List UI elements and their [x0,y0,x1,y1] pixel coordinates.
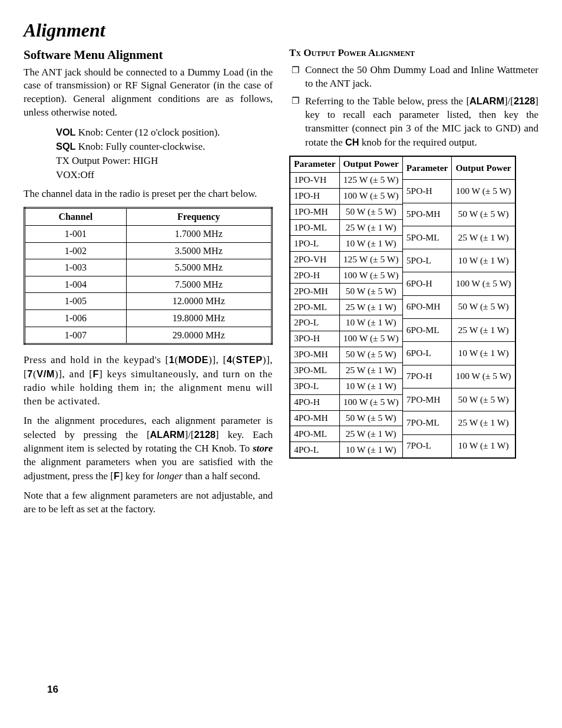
vol-label: VOL [56,127,76,137]
checklist-text: Connect the 50 Ohm Dummy Load and Inline… [305,64,538,91]
table-row: 1PO-H100 W (± 5 W) [290,188,402,204]
cell-param: 3PO-L [290,378,339,394]
section-heading-software-menu: Software Menu Alignment [24,47,273,63]
cell-output: 50 W (± 5 W) [452,203,515,226]
key-4: 4 [227,354,233,365]
cell-param: 4PO-L [290,442,339,458]
cell-channel: 1-007 [25,327,127,344]
cell-channel: 1-006 [25,309,127,327]
key-vm: V/M [37,368,55,379]
two-column-layout: Software Menu Alignment The ANT jack sho… [24,47,538,522]
txt: )], and [ [55,368,92,380]
keypad-paragraph: Press and hold in the keypad's [1(MODE)]… [24,353,273,409]
cell-output: 25 W (± 1 W) [339,299,402,315]
table-row: 1-0047.5000 MHz [25,276,272,293]
cell-param: 2PO-L [290,315,339,331]
key-2128: 2128 [514,95,535,106]
cell-param: 6PO-ML [403,319,452,342]
cell-output: 50 W (± 5 W) [339,347,402,363]
key-1: 1 [169,354,175,365]
table-row: 6PO-H100 W (± 5 W) [403,272,515,295]
table-row: 1PO-L10 W (± 1 W) [290,236,402,252]
cell-output: 10 W (± 1 W) [452,434,515,458]
channel-table: Channel Frequency 1-0011.7000 MHz 1-0023… [24,207,273,345]
cell-param: 3PO-ML [290,363,339,378]
checkbox-icon: ❐ [292,66,299,75]
knob-line-vol: VOL Knob: Center (12 o'clock position). [56,126,273,140]
power-tables: Parameter Output Power 1PO-VH125 W (± 5 … [289,156,538,459]
cell-channel: 1-003 [25,259,127,276]
cell-param: 1PO-H [290,188,339,204]
th-output-power: Output Power [339,156,402,172]
longer-em: longer [157,470,183,482]
table-row: 5PO-ML25 W (± 1 W) [403,226,515,249]
cell-output: 10 W (± 1 W) [339,315,402,331]
table-row: 6PO-ML25 W (± 1 W) [403,319,515,342]
cell-param: 1PO-ML [290,220,339,236]
power-table-left: Parameter Output Power 1PO-VH125 W (± 5 … [289,156,403,459]
table-row: 2PO-ML25 W (± 1 W) [290,299,402,315]
table-row: 3PO-ML25 W (± 1 W) [290,363,402,378]
table-row: 1PO-VH125 W (± 5 W) [290,172,402,188]
checklist-item: ❐ Referring to the Table below, press th… [292,94,538,150]
cell-output: 100 W (± 5 W) [339,188,402,204]
key-ch: CH [345,137,359,147]
cell-param: 5PO-H [403,180,452,203]
table-row: 2PO-H100 W (± 5 W) [290,268,402,284]
table-row: 4PO-ML25 W (± 1 W) [290,426,402,442]
key-step: STEP [236,354,263,365]
vol-text: Knob: Center (12 o'clock position). [76,127,220,138]
txt: than a half second. [183,470,260,482]
th-frequency: Frequency [126,208,272,226]
knob-line-vox: VOX:Off [56,168,273,182]
table-row: 6PO-MH50 W (± 5 W) [403,295,515,318]
table-row: 4PO-H100 W (± 5 W) [290,394,402,410]
table-row: 2PO-MH50 W (± 5 W) [290,284,402,299]
key-alarm: ALARM [470,95,504,106]
checklist: ❐ Connect the 50 Ohm Dummy Load and Inli… [289,64,538,150]
cell-param: 4PO-ML [290,426,339,442]
key-f: F [114,470,120,481]
table-row: 7PO-L10 W (± 1 W) [403,434,515,458]
cell-output: 10 W (± 1 W) [339,442,402,458]
table-row: 5PO-L10 W (± 1 W) [403,249,515,272]
cell-param: 2PO-ML [290,299,339,315]
cell-output: 100 W (± 5 W) [452,180,515,203]
cell-param: 1PO-MH [290,204,339,220]
cell-channel: 1-005 [25,293,127,310]
cell-frequency: 19.8000 MHz [126,309,272,327]
key-mode: MODE [178,354,209,365]
cell-output: 25 W (± 1 W) [452,226,515,249]
cell-param: 4PO-H [290,394,339,410]
cell-param: 2PO-MH [290,284,339,299]
cell-output: 125 W (± 5 W) [339,252,402,268]
table-header-row: Parameter Output Power [290,156,402,172]
store-em: store [253,443,273,454]
th-parameter: Parameter [403,156,452,180]
cell-channel: 1-001 [25,226,127,243]
page-number: 16 [47,683,58,697]
table-row: 7PO-ML25 W (± 1 W) [403,411,515,434]
page-title: Alignment [24,18,538,43]
table-row: 5PO-H100 W (± 5 W) [403,180,515,203]
table-row: 7PO-MH50 W (± 5 W) [403,388,515,411]
checklist-text: Referring to the Table below, press the … [305,94,538,150]
right-column: Tx Output Power Alignment ❐ Connect the … [289,47,538,522]
table-row: 3PO-L10 W (± 1 W) [290,378,402,394]
cell-param: 7PO-H [403,365,452,388]
txt: knob for the required output. [359,137,477,148]
cell-frequency: 7.5000 MHz [126,276,272,293]
cell-output: 25 W (± 1 W) [339,426,402,442]
cell-param: 3PO-H [290,331,339,347]
table-row: 1PO-ML25 W (± 1 W) [290,220,402,236]
key-2128: 2128 [194,429,216,440]
cell-output: 25 W (± 1 W) [339,220,402,236]
table-row: 1-00619.8000 MHz [25,309,272,327]
cell-output: 50 W (± 5 W) [339,204,402,220]
table-row: 3PO-MH50 W (± 5 W) [290,347,402,363]
cell-param: 6PO-H [403,272,452,295]
key-7: 7 [27,368,33,379]
txt: ] key for [120,470,157,482]
sql-text: Knob: Fully counter-clockwise. [76,141,206,152]
cell-output: 25 W (± 1 W) [452,319,515,342]
